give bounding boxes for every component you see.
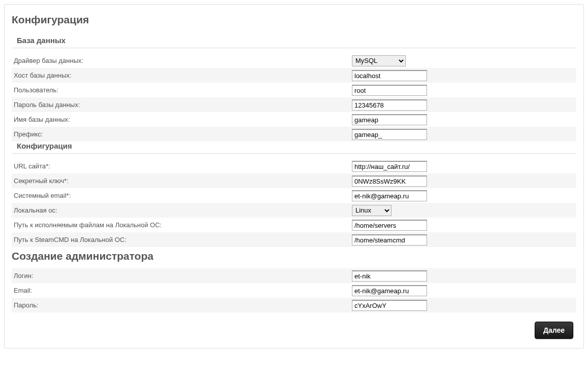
db-name-label: Имя базы данных: [12, 116, 352, 123]
db-host-label: Хост базы данных: [12, 72, 352, 79]
site-url-label: URL сайта*: [12, 162, 352, 170]
db-password-label: Пароль базы данных: [12, 101, 352, 109]
site-url-input[interactable] [352, 161, 427, 172]
exec-path-input[interactable] [352, 220, 427, 231]
secret-key-row: Секретный ключ*: [12, 173, 576, 188]
db-prefix-label: Префикс: [12, 130, 352, 138]
secret-key-label: Секретный ключ*: [12, 177, 352, 185]
exec-path-row: Путь к исполняемым файлам на Локальной О… [12, 218, 576, 232]
config-fieldset: Конфигурация URL сайта*: Секретный ключ*… [12, 142, 576, 247]
database-fieldset: База данных Драйвер базы данных: MySQL Х… [12, 36, 576, 142]
page-title: Конфигурация [12, 14, 576, 26]
steamcmd-path-label: Путь к SteamCMD на Локальной ОС: [12, 236, 352, 243]
db-name-row: Имя базы данных: [12, 112, 576, 127]
admin-login-label: Логин: [12, 272, 352, 280]
db-user-label: Пользователь: [12, 86, 352, 94]
db-user-input[interactable] [352, 85, 427, 96]
db-host-input[interactable] [352, 70, 427, 81]
admin-password-row: Пароль: [12, 298, 576, 312]
local-os-row: Локальная ос: Linux [12, 203, 576, 218]
admin-login-input[interactable] [352, 270, 427, 282]
db-prefix-input[interactable] [352, 129, 427, 140]
steamcmd-path-input[interactable] [352, 234, 427, 246]
admin-login-row: Логин: [12, 268, 576, 283]
db-user-row: Пользователь: [12, 83, 576, 97]
db-driver-select[interactable]: MySQL [352, 55, 406, 66]
admin-email-input[interactable] [352, 285, 427, 296]
site-url-row: URL сайта*: [12, 159, 576, 173]
db-host-row: Хост базы данных: [12, 68, 576, 83]
db-password-input[interactable] [352, 99, 427, 111]
system-email-input[interactable] [352, 190, 427, 201]
system-email-row: Системный email*: [12, 188, 576, 203]
local-os-label: Локальная ос: [12, 206, 352, 214]
db-driver-row: Драйвер базы данных: MySQL [12, 53, 576, 68]
db-driver-label: Драйвер базы данных: [12, 57, 352, 64]
local-os-select[interactable]: Linux [352, 205, 391, 216]
db-prefix-row: Префикс: [12, 127, 576, 142]
actions-bar: Далее [12, 322, 576, 339]
next-button[interactable]: Далее [535, 322, 573, 339]
config-legend: Конфигурация [12, 142, 576, 154]
secret-key-input[interactable] [352, 176, 427, 187]
database-legend: База данных [12, 36, 576, 48]
steamcmd-path-row: Путь к SteamCMD на Локальной ОС: [12, 232, 576, 247]
admin-password-label: Пароль: [12, 301, 352, 309]
admin-title: Создание администратора [12, 250, 576, 262]
system-email-label: Системный email*: [12, 192, 352, 199]
admin-email-row: Email: [12, 283, 576, 298]
admin-email-label: Email: [12, 287, 352, 294]
admin-password-input[interactable] [352, 300, 427, 311]
config-panel: Конфигурация База данных Драйвер базы да… [4, 4, 584, 348]
db-password-row: Пароль базы данных: [12, 97, 576, 112]
db-name-input[interactable] [352, 114, 427, 125]
exec-path-label: Путь к исполняемым файлам на Локальной О… [12, 221, 352, 229]
